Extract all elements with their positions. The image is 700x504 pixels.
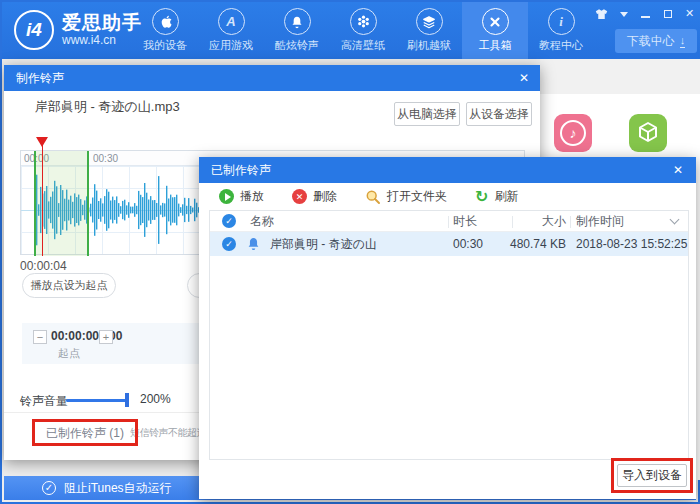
brand-site: www.i4.cn xyxy=(62,34,142,47)
bell-icon xyxy=(284,8,311,35)
red-highlight-annotation xyxy=(32,419,138,446)
ringtone-table: ✓ 名称 时长 大小 制作时间 ✓ 岸部眞明 - 奇迹の山 00:30 480.… xyxy=(209,210,689,460)
red-highlight-annotation xyxy=(611,458,693,493)
download-center-label: 下载中心 xyxy=(627,33,675,50)
ruler-tick-0030: 00:30 xyxy=(93,153,118,164)
volume-value: 200% xyxy=(140,392,171,406)
open-folder-label: 打开文件夹 xyxy=(387,188,447,205)
i4-logo-icon: i4 xyxy=(14,10,54,50)
main-nav: 我的设备 A 应用游戏 酷炫铃声 高清壁纸 xyxy=(132,2,594,59)
nav-item-ringtones[interactable]: 酷炫铃声 xyxy=(264,2,330,59)
cube-tool-icon[interactable] xyxy=(629,114,667,152)
loaded-file-name: 岸部眞明 - 奇迹の山.mp3 xyxy=(35,98,180,116)
ringtone-bell-icon xyxy=(246,236,261,254)
choose-from-pc-button[interactable]: 从电脑选择 xyxy=(394,102,460,126)
delete-icon: ✕ xyxy=(292,189,307,204)
play-label: 播放 xyxy=(240,188,264,205)
play-icon xyxy=(219,189,234,204)
refresh-icon: ↻ xyxy=(475,189,488,204)
refresh-button[interactable]: ↻ 刷新 xyxy=(475,188,518,205)
column-header-name[interactable]: 名称 xyxy=(250,211,274,232)
delete-label: 删除 xyxy=(313,188,337,205)
start-plus-button[interactable]: + xyxy=(99,330,113,344)
current-play-time: 00:00:04 xyxy=(20,259,67,273)
volume-slider-handle[interactable] xyxy=(125,393,129,407)
play-button[interactable]: 播放 xyxy=(219,188,264,205)
open-folder-button[interactable]: 打开文件夹 xyxy=(365,188,447,205)
minimize-icon[interactable] xyxy=(639,7,652,20)
brand-name: 爱思助手 xyxy=(62,13,142,34)
made-ringtones-dialog: 已制作铃声 ✕ 播放 ✕ 删除 打开文件夹 ↻ 刷新 ✓ xyxy=(199,157,696,499)
nav-label: 工具箱 xyxy=(479,38,512,53)
apple-icon xyxy=(152,8,179,35)
nav-item-flash-jailbreak[interactable]: 刷机越狱 xyxy=(396,2,462,59)
nav-item-apps-games[interactable]: A 应用游戏 xyxy=(198,2,264,59)
close-icon[interactable]: ✕ xyxy=(683,7,696,20)
nav-label: 我的设备 xyxy=(143,38,187,53)
dialog-title-bar: 已制作铃声 xyxy=(199,157,696,183)
dialog-title-bar: 制作铃声 xyxy=(4,65,540,91)
nav-label: 刷机越狱 xyxy=(407,38,451,53)
table-row[interactable]: ✓ 岸部眞明 - 奇迹の山 00:30 480.74 KB 2018-08-23… xyxy=(210,232,688,256)
nav-label: 酷炫铃声 xyxy=(275,38,319,53)
tools-icon xyxy=(482,8,509,35)
window-controls: ✕ xyxy=(595,7,696,20)
cell-size: 480.74 KB xyxy=(480,232,566,256)
select-all-checkbox[interactable]: ✓ xyxy=(222,214,236,228)
choose-from-device-button[interactable]: 从设备选择 xyxy=(466,102,532,126)
maximize-icon[interactable] xyxy=(661,7,674,20)
music-note-icon: ♪ xyxy=(570,125,577,141)
column-header-created[interactable]: 制作时间 xyxy=(576,211,624,232)
download-icon: ↓ xyxy=(680,35,686,48)
column-header-duration[interactable]: 时长 xyxy=(453,211,477,232)
app-window: i4 爱思助手 www.i4.cn 我的设备 A 应用游戏 酷炫铃声 xyxy=(0,0,700,504)
flower-icon xyxy=(350,8,377,35)
info-icon: i xyxy=(548,8,575,35)
close-icon[interactable]: ✕ xyxy=(516,70,532,86)
nav-label: 应用游戏 xyxy=(209,38,253,53)
nav-item-wallpapers[interactable]: 高清壁纸 xyxy=(330,2,396,59)
nav-item-my-device[interactable]: 我的设备 xyxy=(132,2,198,59)
refresh-label: 刷新 xyxy=(494,188,518,205)
row-checkbox[interactable]: ✓ xyxy=(222,237,236,251)
ringtone-maker-tool-icon[interactable]: ♪ xyxy=(554,114,592,152)
playhead-marker[interactable] xyxy=(36,137,48,147)
start-point-label: 起点 xyxy=(58,346,80,361)
top-nav-bar: i4 爱思助手 www.i4.cn 我的设备 A 应用游戏 酷炫铃声 xyxy=(2,2,700,59)
volume-slider-track[interactable] xyxy=(66,399,128,402)
brand-logo: i4 爱思助手 www.i4.cn xyxy=(14,10,142,50)
nav-item-toolbox[interactable]: 工具箱 xyxy=(462,2,528,59)
magnifier-folder-icon xyxy=(365,189,381,205)
set-playpoint-as-start-button[interactable]: 播放点设为起点 xyxy=(22,273,116,298)
sms-length-hint: 短信铃声不能超过 xyxy=(130,426,206,440)
download-center-button[interactable]: 下载中心 ↓ xyxy=(615,29,697,53)
dialog-title: 制作铃声 xyxy=(16,71,64,85)
cell-created: 2018-08-23 15:52:25 xyxy=(576,232,687,256)
start-minus-button[interactable]: − xyxy=(33,330,47,344)
ringtone-toolbar: 播放 ✕ 删除 打开文件夹 ↻ 刷新 xyxy=(199,183,696,210)
block-itunes-label[interactable]: 阻止iTunes自动运行 xyxy=(64,480,172,497)
playhead-line xyxy=(42,139,43,256)
nav-label: 教程中心 xyxy=(539,38,583,53)
sort-chevron-icon[interactable] xyxy=(670,215,680,225)
column-header-size[interactable]: 大小 xyxy=(480,211,566,232)
close-icon[interactable]: ✕ xyxy=(670,162,686,178)
skin-theme-icon[interactable] xyxy=(595,7,608,20)
volume-label: 铃声音量 xyxy=(20,393,68,410)
dialog-title: 已制作铃声 xyxy=(211,163,271,177)
table-header-row: ✓ 名称 时长 大小 制作时间 xyxy=(210,211,688,232)
delete-button[interactable]: ✕ 删除 xyxy=(292,188,337,205)
cell-name: 岸部眞明 - 奇迹の山 xyxy=(270,232,377,256)
check-circle-icon: ✓ xyxy=(42,481,56,495)
cell-duration: 00:30 xyxy=(453,232,483,256)
nav-item-tutorials[interactable]: i 教程中心 xyxy=(528,2,594,59)
cube-icon xyxy=(635,120,661,146)
menu-dropdown-icon[interactable] xyxy=(617,7,630,20)
appstore-icon: A xyxy=(218,8,245,35)
nav-label: 高清壁纸 xyxy=(341,38,385,53)
layers-icon xyxy=(416,8,443,35)
